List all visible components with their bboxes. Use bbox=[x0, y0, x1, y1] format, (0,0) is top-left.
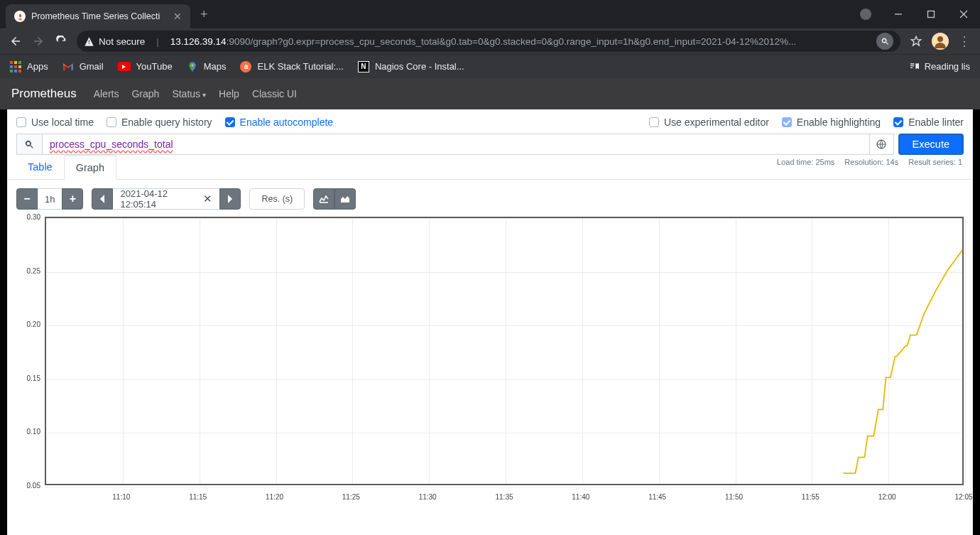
reading-list-button[interactable]: Reading lis bbox=[909, 61, 970, 72]
window-close[interactable] bbox=[947, 0, 980, 28]
profile-avatar[interactable] bbox=[932, 33, 949, 50]
search-icon[interactable] bbox=[876, 33, 893, 50]
endtime-input[interactable]: 2021-04-12 12:05:14✕ bbox=[113, 188, 219, 210]
globe-icon bbox=[876, 139, 887, 150]
svg-point-3 bbox=[191, 64, 193, 66]
opt-enable-linter[interactable]: Enable linter bbox=[893, 117, 964, 128]
back-button[interactable] bbox=[6, 31, 26, 51]
clear-endtime-icon[interactable]: ✕ bbox=[203, 193, 212, 205]
range-increase[interactable]: + bbox=[62, 188, 83, 210]
new-tab-button[interactable]: + bbox=[190, 7, 218, 22]
chart-area: 0.050.100.150.200.250.3011:1011:1511:201… bbox=[16, 217, 964, 501]
prometheus-favicon bbox=[14, 11, 26, 22]
window-minimize[interactable] bbox=[882, 0, 915, 28]
x-tick: 11:25 bbox=[342, 493, 360, 501]
maps-icon bbox=[187, 61, 198, 72]
opt-use-local-time[interactable]: Use local time bbox=[16, 117, 94, 128]
apps-shortcut[interactable]: Apps bbox=[10, 61, 48, 72]
account-circle-icon[interactable] bbox=[849, 0, 882, 28]
search-icon bbox=[24, 139, 35, 150]
meta-resolution: Resolution: 14s bbox=[844, 158, 898, 166]
nagios-bookmark[interactable]: N Nagios Core - Instal... bbox=[358, 61, 464, 72]
x-tick: 12:05 bbox=[954, 493, 972, 501]
area-chart-icon bbox=[340, 195, 350, 203]
prometheus-navbar: Prometheus Alerts Graph Status▾ Help Cla… bbox=[0, 78, 980, 109]
tab-title: Prometheus Time Series Collecti bbox=[31, 11, 168, 21]
query-row: process_cpu_seconds_total Execute bbox=[8, 134, 972, 155]
y-tick: 0.30 bbox=[16, 213, 40, 221]
gmail-bookmark[interactable]: Gmail bbox=[62, 61, 104, 72]
opt-enable-query-history[interactable]: Enable query history bbox=[107, 117, 212, 128]
execute-button[interactable]: Execute bbox=[898, 134, 964, 155]
chart-type-group bbox=[313, 188, 356, 210]
kebab-menu-icon[interactable]: ⋮ bbox=[954, 31, 974, 51]
prometheus-brand[interactable]: Prometheus bbox=[11, 87, 77, 101]
nav-help[interactable]: Help bbox=[219, 88, 239, 99]
reading-list-icon bbox=[909, 61, 920, 72]
x-tick: 11:45 bbox=[648, 493, 666, 501]
resolution-input[interactable]: Res. (s) bbox=[249, 188, 305, 210]
time-next[interactable] bbox=[219, 188, 241, 210]
window-controls bbox=[849, 0, 980, 28]
url-text: 13.126.39.14:9090/graph?g0.expr=process_… bbox=[170, 36, 797, 47]
address-bar[interactable]: Not secure | 13.126.39.14:9090/graph?g0.… bbox=[77, 31, 900, 52]
meta-load-time: Load time: 25ms bbox=[777, 158, 834, 166]
bookmarks-bar: Apps Gmail YouTube Maps a ELK Stack Tuto… bbox=[0, 54, 980, 78]
opt-enable-highlighting[interactable]: Enable highlighting bbox=[782, 117, 881, 128]
browser-tabstrip: Prometheus Time Series Collecti ✕ + bbox=[0, 0, 980, 28]
range-decrease[interactable]: − bbox=[16, 188, 38, 210]
not-secure-badge: Not secure bbox=[84, 36, 145, 47]
apps-grid-icon bbox=[10, 61, 21, 72]
tab-graph[interactable]: Graph bbox=[64, 155, 116, 180]
x-tick: 12:00 bbox=[878, 493, 896, 501]
star-icon[interactable] bbox=[906, 31, 926, 51]
page-content: Use local time Enable query history Enab… bbox=[7, 109, 973, 535]
maps-bookmark[interactable]: Maps bbox=[187, 61, 227, 72]
y-tick: 0.20 bbox=[16, 320, 40, 328]
x-tick: 11:35 bbox=[495, 493, 513, 501]
x-tick: 11:15 bbox=[189, 493, 207, 501]
chevron-left-icon bbox=[99, 195, 106, 203]
y-tick: 0.10 bbox=[16, 428, 40, 436]
x-tick: 11:55 bbox=[802, 493, 820, 501]
opt-experimental-editor[interactable]: Use experimental editor bbox=[649, 117, 769, 128]
nav-classic[interactable]: Classic UI bbox=[252, 88, 297, 99]
time-prev[interactable] bbox=[92, 188, 113, 210]
nav-status[interactable]: Status▾ bbox=[172, 88, 206, 99]
svg-point-2 bbox=[937, 36, 943, 42]
window-maximize[interactable] bbox=[915, 0, 947, 28]
opt-enable-autocomplete[interactable]: Enable autocomplete bbox=[225, 117, 334, 128]
elk-bookmark[interactable]: a ELK Stack Tutorial:... bbox=[240, 61, 343, 72]
y-tick: 0.25 bbox=[16, 266, 40, 274]
graph-controls: − 1h + 2021-04-12 12:05:14✕ Res. (s) bbox=[8, 180, 972, 214]
chart-plot[interactable] bbox=[45, 217, 964, 485]
range-input[interactable]: 1h bbox=[38, 188, 62, 210]
nav-graph[interactable]: Graph bbox=[131, 88, 159, 99]
line-chart-icon bbox=[319, 195, 329, 203]
x-tick: 11:10 bbox=[112, 493, 130, 501]
nav-alerts[interactable]: Alerts bbox=[94, 88, 119, 99]
y-tick: 0.15 bbox=[16, 374, 40, 382]
expression-input[interactable]: process_cpu_seconds_total bbox=[42, 134, 870, 155]
nagios-icon: N bbox=[358, 61, 369, 72]
y-tick: 0.05 bbox=[16, 482, 40, 490]
x-tick: 11:30 bbox=[419, 493, 437, 501]
x-tick: 11:20 bbox=[266, 493, 283, 501]
metrics-explorer-button[interactable] bbox=[16, 134, 42, 155]
x-tick: 11:40 bbox=[572, 493, 589, 501]
globe-button[interactable] bbox=[870, 134, 894, 155]
browser-toolbar: Not secure | 13.126.39.14:9090/graph?g0.… bbox=[0, 28, 980, 54]
youtube-icon bbox=[118, 62, 131, 71]
tab-table[interactable]: Table bbox=[16, 155, 64, 179]
chart-type-line[interactable] bbox=[313, 188, 334, 210]
reload-button[interactable] bbox=[51, 31, 71, 51]
close-icon[interactable]: ✕ bbox=[173, 11, 182, 22]
series-line bbox=[46, 218, 962, 484]
endtime-group: 2021-04-12 12:05:14✕ bbox=[92, 188, 241, 210]
x-tick: 11:50 bbox=[725, 493, 743, 501]
svg-rect-0 bbox=[928, 11, 935, 18]
youtube-bookmark[interactable]: YouTube bbox=[118, 61, 173, 72]
chart-type-stacked[interactable] bbox=[334, 188, 356, 210]
browser-tab[interactable]: Prometheus Time Series Collecti ✕ bbox=[6, 4, 190, 28]
forward-button[interactable] bbox=[28, 31, 48, 51]
